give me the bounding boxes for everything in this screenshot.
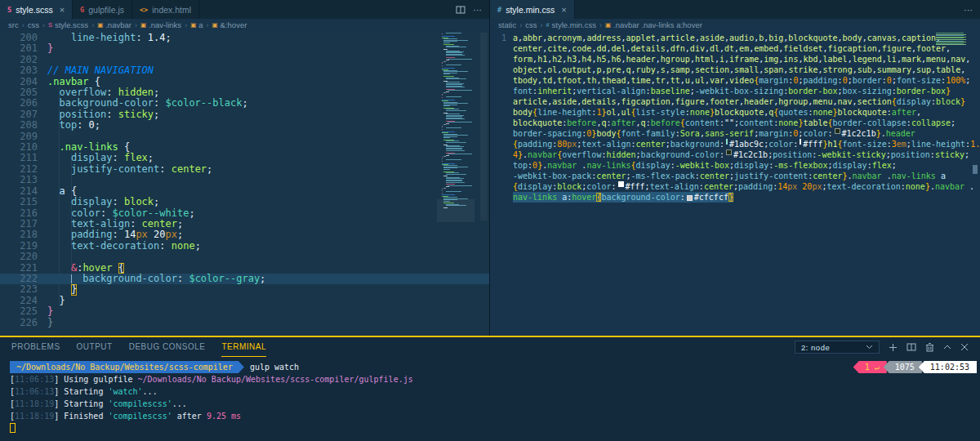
code-line[interactable]: form,h1,h2,h3,h4,h5,h6,header,hgroup,htm… — [490, 54, 980, 65]
code-line[interactable]: 203// MAIN NAVIGATION — [0, 65, 489, 76]
code-line[interactable]: 4}.navbar{overflow:hidden;background-col… — [490, 149, 980, 160]
line-number: 225 — [0, 306, 47, 317]
breadcrumb-item-&:hover[interactable]: ▣&:hover — [212, 20, 247, 29]
line-number — [490, 128, 513, 139]
code-line[interactable]: 211 display: flex; — [0, 153, 489, 163]
split-terminal-icon[interactable] — [906, 342, 916, 352]
breadcrumb-label: .navbar — [105, 20, 131, 29]
code-line[interactable]: 215 display: block; — [0, 197, 489, 207]
panel-tab-terminal[interactable]: TERMINAL — [221, 337, 266, 357]
breadcrumb-item-style.scss[interactable]: Sstyle.scss — [48, 20, 88, 29]
breadcrumb-item-.navbar .nav-links a:hover[interactable]: ▣.navbar .nav-links a:hover — [605, 20, 702, 29]
code-line[interactable]: top:0}.navbar .nav-links{display:-webkit… — [490, 160, 980, 171]
more-actions-icon[interactable]: ··· — [964, 5, 973, 15]
code-line[interactable]: center,cite,code,dd,del,details,dfn,div,… — [490, 43, 980, 54]
line-number — [490, 192, 513, 203]
terminal-selector[interactable]: 2: node — [795, 341, 880, 354]
code-line[interactable]: 216 color: $color--white; — [0, 208, 489, 219]
panel-tab-problems[interactable]: PROBLEMS — [11, 337, 60, 357]
tab-gulpfile.js[interactable]: Ggulpfile.js — [73, 0, 132, 19]
tab-index.html[interactable]: <>index.html — [132, 0, 199, 19]
code-line[interactable]: 223 } — [0, 284, 489, 295]
maximize-panel-chevron-icon[interactable] — [943, 345, 951, 350]
code-line[interactable]: 225} — [0, 306, 489, 317]
color-swatch — [618, 181, 624, 187]
code-line[interactable]: 214 a { — [0, 186, 489, 197]
new-terminal-icon[interactable] — [889, 343, 898, 352]
code-line[interactable]: 219 text-decoration: none; — [0, 241, 489, 252]
breadcrumb-item-css[interactable]: css — [525, 20, 537, 29]
code-line[interactable]: article,aside,details,figcaption,figure,… — [490, 96, 980, 107]
code-line[interactable]: 222 background-color: $color--gray; — [0, 274, 489, 284]
more-actions-icon[interactable]: ··· — [473, 5, 482, 15]
code-line[interactable]: 217 text-align: center; — [0, 219, 489, 229]
tab-label: gulpfile.js — [88, 5, 124, 15]
terminal[interactable]: ~/Downloads/No Backup/Websites/scss-comp… — [0, 357, 980, 434]
code-line[interactable]: border-spacing:0}body{font-family:Sora,s… — [490, 128, 980, 139]
code-line[interactable]: -webkit-box-pack:center;-ms-flex-pack:ce… — [490, 171, 980, 181]
breadcrumb-item-style.min.css[interactable]: #style.min.css — [546, 20, 596, 29]
line-number: 213 — [0, 175, 47, 185]
code-line[interactable]: 204.navbar { — [0, 77, 489, 87]
code-line[interactable]: 200 line-height: 1.4; — [0, 33, 489, 43]
breadcrumb-item-src[interactable]: src — [8, 20, 19, 29]
breadcrumb-item-.nav-links[interactable]: ▣.nav-links — [140, 20, 181, 29]
code-line[interactable]: object,ol,output,p,pre,q,ruby,s,samp,sec… — [490, 65, 980, 75]
code-line[interactable]: 226} — [0, 318, 489, 328]
line-number: 214 — [0, 186, 47, 197]
code-line[interactable]: body{line-height:1}ol,ul{list-style:none… — [490, 107, 980, 118]
code-line[interactable]: font:inherit;vertical-align:baseline;-we… — [490, 86, 980, 96]
code-line[interactable]: 208 top: 0; — [0, 120, 489, 131]
breadcrumb-item-a[interactable]: ▣a — [190, 20, 203, 29]
breadcrumb-label: css — [525, 20, 537, 29]
breadcrumb-item-.navbar[interactable]: ▣.navbar — [97, 20, 131, 29]
minimap[interactable] — [442, 33, 470, 209]
tab-style.min.css[interactable]: #style.min.css× — [490, 0, 575, 19]
terminal-cursor — [10, 423, 16, 433]
panel-tab-debug-console[interactable]: DEBUG CONSOLE — [129, 337, 206, 357]
minimap[interactable] — [936, 33, 969, 46]
code-line[interactable]: 224 } — [0, 296, 489, 306]
code-line[interactable]: 213 — [0, 175, 489, 185]
line-number: 201 — [0, 43, 47, 54]
code-line[interactable]: 220 — [0, 252, 489, 262]
code-line[interactable]: 209 — [0, 131, 489, 142]
vscode-window: Sstyle.scss×Ggulpfile.js<>index.html ···… — [0, 0, 980, 441]
code-editor-scss[interactable]: 200 line-height: 1.4;201}202203// MAIN N… — [0, 31, 489, 336]
code-line[interactable]: 206 background-color: $color--black; — [0, 98, 489, 109]
code-line[interactable]: {display:block;color:#fff;text-align:cen… — [490, 181, 980, 192]
terminal-output-line: [11:18:19] Finished 'compilescss' after … — [10, 410, 980, 422]
breadcrumb-item-css[interactable]: css — [28, 20, 39, 29]
code-line[interactable]: 202 — [0, 55, 489, 65]
code-line[interactable]: 218 padding: 14px 20px; — [0, 229, 489, 240]
code-line[interactable]: 212 justify-content: center; — [0, 164, 489, 175]
code-line[interactable]: 221 &:hover { — [0, 263, 489, 274]
breadcrumb-separator-icon: › — [42, 21, 45, 29]
terminal-cursor-line[interactable] — [10, 422, 980, 434]
line-number: 216 — [0, 208, 47, 219]
code-line[interactable]: 210 .nav-links { — [0, 142, 489, 153]
code-line[interactable]: nav-links a:hover{background-color:#cfcf… — [490, 192, 980, 203]
code-line[interactable]: 1a,abbr,acronym,address,applet,article,a… — [490, 33, 980, 43]
scrollbar[interactable] — [480, 33, 488, 220]
close-panel-icon[interactable] — [960, 343, 969, 351]
code-line[interactable]: blockquote:before,q:after,q:before{conte… — [490, 118, 980, 128]
code-line[interactable]: {padding:80px;text-align:center;backgrou… — [490, 139, 980, 149]
line-number: 210 — [0, 142, 47, 153]
minimap-slider[interactable] — [437, 199, 474, 222]
panel-tab-output[interactable]: OUTPUT — [77, 337, 113, 357]
close-tab-icon[interactable]: × — [561, 5, 566, 15]
kill-terminal-trash-icon[interactable] — [925, 342, 934, 352]
tab-style.scss[interactable]: Sstyle.scss× — [0, 0, 73, 19]
split-editor-icon[interactable] — [456, 5, 466, 15]
code-line[interactable]: 207 position: sticky; — [0, 109, 489, 120]
line-number: 203 — [0, 65, 47, 76]
code-line[interactable]: 205 overflow: hidden; — [0, 87, 489, 98]
code-line[interactable]: 201} — [0, 43, 489, 54]
line-number: 202 — [0, 55, 47, 65]
breadcrumb-item-static[interactable]: static — [498, 20, 516, 29]
code-line[interactable]: tbody,td,tfoot,th,thead,time,tr,tt,u,ul,… — [490, 75, 980, 86]
breadcrumb: static›css›#style.min.css›▣.navbar .nav-… — [490, 19, 980, 31]
code-editor-css-min[interactable]: 1a,abbr,acronym,address,applet,article,a… — [490, 31, 980, 336]
close-tab-icon[interactable]: × — [60, 5, 65, 15]
